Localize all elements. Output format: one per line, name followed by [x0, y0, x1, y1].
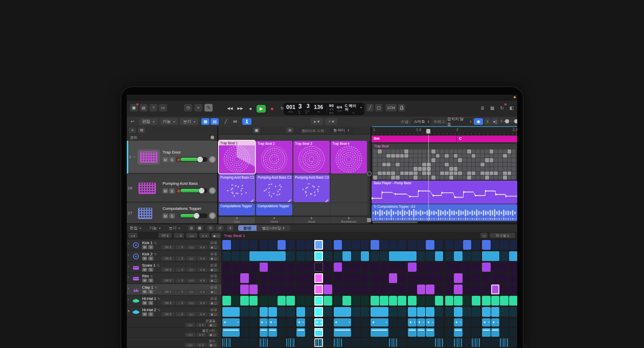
pattern-step[interactable]: [378, 167, 382, 171]
step-cell[interactable]: [509, 296, 517, 306]
pattern-step[interactable]: [409, 154, 413, 158]
step-cell[interactable]: [472, 307, 480, 317]
rotate-buttons[interactable]: ◁ ▷: [186, 256, 196, 260]
step-cell[interactable]: [500, 263, 509, 272]
step-cell[interactable]: [240, 296, 249, 306]
pattern-step[interactable]: [404, 167, 408, 171]
step-cell[interactable]: [398, 296, 406, 306]
copy-pattern-icon[interactable]: ⧉: [188, 225, 195, 231]
s-button[interactable]: S: [148, 301, 153, 305]
menu-편집[interactable]: 편집▾: [139, 118, 157, 125]
step-cell[interactable]: [435, 307, 444, 317]
loop-browser-icon[interactable]: ↻: [498, 104, 506, 112]
step-cell[interactable]: [454, 307, 463, 317]
volume-slider[interactable]: [180, 213, 208, 218]
pattern-length-select[interactable]: 32 스텝⇕: [490, 233, 515, 238]
step-cell[interactable]: [417, 296, 426, 306]
step-cell[interactable]: [500, 307, 509, 317]
step-cell[interactable]: [296, 263, 305, 272]
step-cell[interactable]: [426, 285, 434, 294]
pattern-step[interactable]: [391, 171, 395, 176]
step-cell[interactable]: [509, 285, 517, 294]
step-cell[interactable]: [324, 338, 332, 347]
step-cell[interactable]: [491, 328, 500, 337]
rotate-buttons[interactable]: ◁ ▷: [185, 323, 195, 327]
step-cell[interactable]: [232, 240, 240, 250]
pattern-step[interactable]: [463, 154, 467, 158]
step-cell[interactable]: [398, 263, 406, 272]
step-cell[interactable]: [240, 263, 249, 272]
step-cell[interactable]: [361, 273, 370, 283]
step-cell[interactable]: [286, 338, 295, 347]
pattern-step[interactable]: [485, 163, 489, 167]
scene-trigger-verse[interactable]: ∧Verse: [256, 217, 292, 224]
step-cell[interactable]: [445, 338, 454, 347]
crossfade-icon[interactable]: ⋈: [231, 118, 239, 125]
pan-knob[interactable]: [209, 212, 216, 219]
m-button[interactable]: M: [163, 213, 168, 219]
rotate-buttons[interactable]: ◁ ▷: [186, 278, 196, 282]
playmode-select[interactable]: → ⇕: [176, 312, 185, 316]
pattern-step[interactable]: [386, 154, 390, 158]
disclosure-icon[interactable]: ›: [128, 275, 129, 279]
step-cell[interactable]: [408, 338, 417, 347]
pattern-step[interactable]: [472, 167, 476, 171]
pattern-step[interactable]: [400, 167, 404, 171]
pattern-step[interactable]: [503, 163, 507, 167]
loop-cell-computations-topper[interactable]: Computations Topper: [256, 203, 292, 215]
pattern-step[interactable]: [480, 154, 485, 158]
pattern-step[interactable]: [382, 176, 386, 180]
pattern-step[interactable]: [440, 149, 444, 154]
step-cell[interactable]: [222, 338, 231, 347]
pattern-step[interactable]: [413, 167, 418, 171]
step-cell[interactable]: [435, 240, 444, 250]
pattern-step[interactable]: [440, 154, 444, 158]
step-cell[interactable]: [314, 285, 323, 294]
pattern-step[interactable]: [512, 158, 516, 162]
step-cell[interactable]: [500, 251, 509, 261]
division-select[interactable]: /16 ⇕: [162, 312, 175, 316]
pattern-step[interactable]: [378, 176, 382, 180]
step-cell[interactable]: [268, 263, 277, 272]
step-cell[interactable]: [361, 240, 370, 250]
fill-buttons[interactable]: ▣ ▢: [209, 290, 219, 294]
step-cell[interactable]: [306, 285, 314, 294]
step-cell[interactable]: [509, 318, 517, 327]
pattern-step[interactable]: [396, 171, 400, 176]
pattern-step[interactable]: [467, 163, 471, 167]
step-cell[interactable]: [463, 273, 472, 283]
step-cell[interactable]: [342, 285, 351, 294]
pattern-step[interactable]: [485, 154, 489, 158]
step-cell[interactable]: [380, 285, 388, 294]
step-cell[interactable]: [435, 338, 444, 347]
pattern-step[interactable]: [494, 149, 498, 154]
step-cell[interactable]: [445, 263, 454, 272]
loop-cell-computations-topper[interactable]: Computations Topper: [219, 203, 255, 215]
step-cell[interactable]: [324, 285, 332, 294]
octave-buttons[interactable]: ∨ ∧: [197, 290, 208, 294]
pattern-step[interactable]: [431, 154, 435, 158]
step-cell[interactable]: [482, 240, 491, 250]
step-cell[interactable]: [463, 296, 472, 306]
step-cell[interactable]: ◆▸: [334, 318, 351, 327]
pattern-step[interactable]: [409, 171, 413, 176]
pattern-step[interactable]: [431, 176, 435, 180]
step-cell[interactable]: [286, 251, 295, 261]
pattern-browser-icon[interactable]: ▦: [196, 225, 203, 231]
step-cell[interactable]: [352, 251, 360, 261]
step-cell[interactable]: [445, 240, 454, 250]
step-cell[interactable]: [463, 318, 472, 327]
pattern-step[interactable]: [422, 176, 426, 180]
pattern-step[interactable]: [498, 149, 502, 154]
rewind-button[interactable]: ◀◀: [226, 105, 234, 113]
pattern-step[interactable]: [400, 149, 404, 154]
pattern-step[interactable]: [445, 163, 449, 167]
playmode-select[interactable]: → ⇕: [176, 290, 185, 294]
step-cell[interactable]: [482, 328, 491, 337]
scene-trigger-hook[interactable]: ∧Hook: [293, 217, 330, 224]
step-cell[interactable]: [324, 273, 332, 283]
step-cell[interactable]: [426, 263, 434, 272]
loop-cell-empty[interactable]: [331, 203, 367, 215]
playmode-select[interactable]: → ⇕: [176, 245, 185, 249]
seq-row-header-hi-hat-1[interactable]: ›Hi-Hat 1↻켬/끔MS/16 ⇕→ ⇕◁ ▷∨ ∧▣ ▢: [127, 295, 221, 307]
